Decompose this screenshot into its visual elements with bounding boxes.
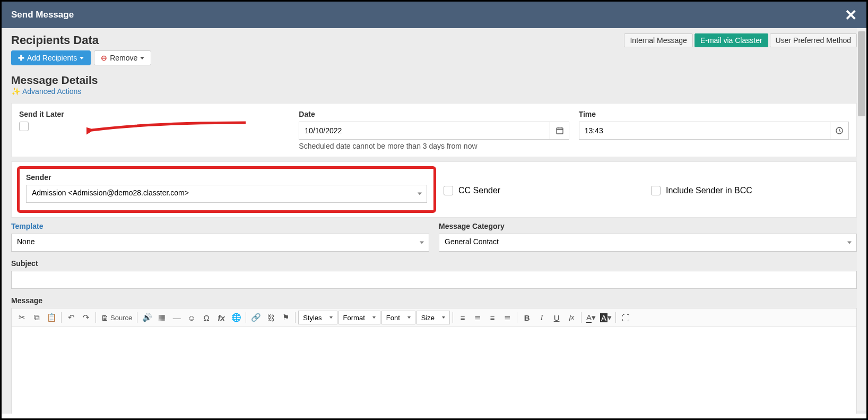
- advanced-actions-label: Advanced Actions: [22, 87, 81, 96]
- subject-label: Subject: [11, 259, 857, 268]
- tab-email-classter[interactable]: E-mail via Classter: [695, 33, 768, 47]
- scrollbar-thumb[interactable]: [858, 31, 865, 116]
- calendar-icon[interactable]: [550, 122, 569, 140]
- source-icon: 🗎: [101, 313, 109, 322]
- hr-icon[interactable]: ―: [170, 311, 184, 324]
- align-right-icon[interactable]: ≡: [485, 311, 499, 324]
- date-input[interactable]: [299, 122, 550, 140]
- globe-icon[interactable]: 🌐: [229, 311, 243, 324]
- font-combo[interactable]: Font: [381, 311, 415, 324]
- wand-icon: ✨: [11, 87, 20, 96]
- time-col: Time: [579, 110, 849, 150]
- bold-icon[interactable]: B: [520, 311, 534, 324]
- recipients-buttons: ✚ Add Recipients ⊖ Remove: [11, 50, 857, 65]
- omega-icon[interactable]: Ω: [199, 311, 213, 324]
- cc-sender-row: CC Sender: [444, 186, 641, 195]
- sender-label: Sender: [26, 173, 427, 182]
- modal-header: Send Message ✕: [2, 2, 866, 28]
- recipients-title: Recipients Data: [11, 33, 99, 47]
- bg-color-icon[interactable]: A▾: [599, 311, 613, 324]
- align-center-icon[interactable]: ≣: [471, 311, 484, 324]
- add-recipients-label: Add Recipients: [27, 54, 77, 62]
- unlink-icon[interactable]: ⛓: [264, 311, 277, 324]
- template-select[interactable]: None: [11, 234, 429, 252]
- message-label: Message: [11, 296, 857, 305]
- template-label: Template: [11, 222, 429, 230]
- message-type-tabs: Internal Message E-mail via Classter Use…: [624, 33, 857, 47]
- link-icon[interactable]: 🔗: [249, 311, 263, 324]
- add-recipients-button[interactable]: ✚ Add Recipients: [11, 50, 91, 65]
- maximize-icon[interactable]: ⛶: [619, 311, 632, 324]
- modal-body: Recipients Data Internal Message E-mail …: [2, 28, 866, 414]
- send-later-col: Send it Later: [19, 110, 289, 150]
- copy-icon[interactable]: ⧉: [30, 311, 44, 324]
- cut-icon[interactable]: ✂: [15, 311, 29, 324]
- cc-sender-label: CC Sender: [458, 186, 500, 195]
- align-left-icon[interactable]: ≡: [456, 311, 470, 324]
- time-label: Time: [579, 110, 849, 118]
- table-icon[interactable]: ▦: [155, 311, 169, 324]
- minus-icon: ⊖: [101, 54, 107, 62]
- underline-icon[interactable]: U: [550, 311, 563, 324]
- time-input[interactable]: [579, 122, 830, 140]
- date-help-text: Scheduled date cannot be more than 3 day…: [299, 142, 569, 150]
- text-color-icon[interactable]: A▾: [584, 311, 598, 324]
- bcc-sender-label: Include Sender in BCC: [666, 186, 752, 195]
- clock-icon[interactable]: [830, 122, 849, 140]
- send-later-checkbox[interactable]: [19, 122, 29, 131]
- modal-title: Send Message: [11, 10, 74, 20]
- undo-icon[interactable]: ↶: [64, 311, 78, 324]
- bcc-sender-row: Include Sender in BCC: [651, 186, 849, 195]
- date-label: Date: [299, 110, 569, 118]
- source-button[interactable]: 🗎 Source: [99, 311, 134, 324]
- flag-icon[interactable]: ⚑: [279, 311, 292, 324]
- cc-sender-checkbox[interactable]: [444, 186, 453, 195]
- format-combo[interactable]: Format: [338, 311, 380, 324]
- recipients-header-row: Recipients Data Internal Message E-mail …: [11, 33, 857, 47]
- category-label: Message Category: [439, 222, 857, 230]
- sender-panel: Sender Admission <Admission@demo28.class…: [11, 161, 857, 218]
- align-justify-icon[interactable]: ≣: [500, 311, 514, 324]
- schedule-panel: Send it Later Date Scheduled date cannot…: [11, 103, 857, 157]
- svg-rect-0: [557, 128, 563, 134]
- advanced-actions-link[interactable]: ✨ Advanced Actions: [11, 87, 81, 96]
- send-later-label: Send it Later: [19, 110, 289, 118]
- sound-icon[interactable]: 🔊: [140, 311, 154, 324]
- date-col: Date Scheduled date cannot be more than …: [299, 110, 569, 150]
- subject-input[interactable]: [11, 271, 857, 289]
- scrollbar[interactable]: [857, 28, 866, 411]
- smiley-icon[interactable]: ☺: [185, 311, 198, 324]
- plus-icon: ✚: [18, 54, 24, 62]
- styles-combo[interactable]: Styles: [298, 311, 337, 324]
- sender-select[interactable]: Admission <Admission@demo28.classter.com…: [26, 185, 427, 203]
- tab-internal-message[interactable]: Internal Message: [624, 33, 692, 47]
- category-select[interactable]: General Contact: [439, 234, 857, 252]
- redo-icon[interactable]: ↷: [79, 311, 93, 324]
- modal: Send Message ✕ Recipients Data Internal …: [0, 0, 868, 420]
- bcc-sender-checkbox[interactable]: [651, 186, 661, 195]
- message-editor[interactable]: [11, 327, 857, 414]
- tab-user-preferred[interactable]: User Preferred Method: [770, 33, 857, 47]
- caret-down-icon: [80, 57, 84, 59]
- italic-icon[interactable]: I: [535, 311, 549, 324]
- fx-icon[interactable]: fx: [214, 311, 228, 324]
- close-icon[interactable]: ✕: [845, 6, 857, 24]
- remove-recipients-label: Remove: [110, 54, 137, 62]
- paste-icon[interactable]: 📋: [45, 311, 58, 324]
- clear-format-icon[interactable]: Ix: [565, 311, 578, 324]
- remove-recipients-button[interactable]: ⊖ Remove: [94, 50, 151, 65]
- editor-toolbar: ✂ ⧉ 📋 ↶ ↷ 🗎 Source 🔊 ▦ ― ☺ Ω fx 🌐: [11, 308, 857, 327]
- caret-down-icon: [140, 57, 144, 59]
- size-combo[interactable]: Size: [416, 311, 450, 324]
- message-details-title: Message Details: [11, 74, 857, 87]
- sender-highlight: Sender Admission <Admission@demo28.class…: [17, 166, 436, 213]
